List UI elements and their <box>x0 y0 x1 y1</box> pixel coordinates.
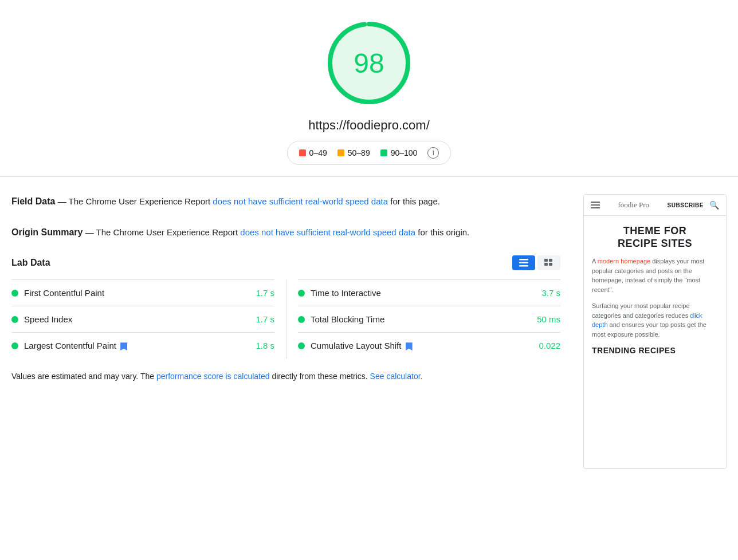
preview-text2-before: Surfacing your most popular recipe categ… <box>592 302 690 319</box>
metrics-col-right: Time to Interactive 3.7 s Total Blocking… <box>286 279 560 358</box>
view-toggle <box>512 255 560 270</box>
preview-content: THEME FORRECIPE SITES A modern homepage … <box>584 216 726 364</box>
legend-dot-green <box>380 149 387 156</box>
preview-text-1: A modern homepage displays your most pop… <box>592 257 718 294</box>
website-preview: foodie Pro SUBSCRIBE 🔍 THEME FORRECIPE S… <box>583 194 727 469</box>
origin-before-link: — The Chrome User Experience Report <box>85 227 241 237</box>
metric-tti: Time to Interactive 3.7 s <box>298 279 560 306</box>
metric-lcp: Largest Contentful Paint 1.8 s <box>11 332 274 358</box>
preview-search-icon[interactable]: 🔍 <box>709 200 719 210</box>
toggle-grid-view[interactable] <box>537 255 560 270</box>
lab-data-section: Lab Data <box>11 255 560 358</box>
metric-name-fcp: First Contentful Paint <box>24 288 250 298</box>
svg-rect-6 <box>544 259 548 262</box>
footer-text-before: Values are estimated and may vary. The <box>11 372 156 381</box>
info-icon[interactable]: i <box>427 147 439 159</box>
left-panel: Field Data — The Chrome User Experience … <box>11 194 583 469</box>
legend-label-green: 90–100 <box>391 148 418 157</box>
preview-trending-title: TRENDING RECIPES <box>592 346 718 355</box>
svg-rect-7 <box>549 259 552 262</box>
preview-subscribe: SUBSCRIBE <box>668 202 704 208</box>
preview-text-2: Surfacing your most popular recipe categ… <box>592 301 718 339</box>
lab-data-title: Lab Data <box>11 258 50 268</box>
toggle-list-view[interactable] <box>512 255 535 270</box>
legend-item-green: 90–100 <box>380 148 418 157</box>
score-value: 98 <box>354 48 384 79</box>
metric-name-tbt: Total Blocking Time <box>311 314 531 324</box>
list-icon <box>519 259 528 267</box>
metric-name-si: Speed Index <box>24 314 250 324</box>
field-data-before-link: — The Chrome User Experience Report <box>58 196 213 206</box>
score-circle: 98 <box>323 17 415 109</box>
metric-dot-lcp <box>11 342 18 349</box>
metric-name-cls: Cumulative Layout Shift <box>311 341 533 350</box>
svg-rect-5 <box>519 265 528 267</box>
metric-value-cls: 0.022 <box>539 341 560 350</box>
metric-fcp: First Contentful Paint 1.7 s <box>11 279 274 306</box>
bookmark-lcp <box>120 342 127 350</box>
legend-item-red: 0–49 <box>299 148 327 157</box>
metric-value-si: 1.7 s <box>256 314 274 324</box>
footer-text-after1: directly from these metrics. <box>270 372 370 381</box>
svg-rect-4 <box>519 262 528 264</box>
field-data-section: Field Data — The Chrome User Experience … <box>11 194 560 209</box>
metric-dot-tbt <box>298 316 305 323</box>
lab-data-header: Lab Data <box>11 255 560 270</box>
footer-link-see-calc[interactable]: See calculator. <box>370 372 423 381</box>
hamburger-line-1 <box>591 202 600 203</box>
field-data-link[interactable]: does not have sufficient real-world spee… <box>213 196 388 206</box>
preview-text1-before: A <box>592 258 598 265</box>
metric-name-tti: Time to Interactive <box>311 288 536 298</box>
preview-nav: foodie Pro SUBSCRIBE 🔍 <box>584 195 726 216</box>
metric-value-tti: 3.7 s <box>541 288 560 298</box>
footer-note: Values are estimated and may vary. The p… <box>11 370 560 400</box>
legend-label-red: 0–49 <box>309 148 327 157</box>
hamburger-line-2 <box>591 204 600 206</box>
metric-dot-si <box>11 316 18 323</box>
metric-value-fcp: 1.7 s <box>256 288 274 298</box>
preview-heading: THEME FORRECIPE SITES <box>592 225 718 250</box>
svg-rect-3 <box>519 259 528 261</box>
bookmark-cls <box>406 342 413 350</box>
legend-item-orange: 50–89 <box>337 148 370 157</box>
hamburger-icon[interactable] <box>591 202 600 208</box>
legend-dot-orange <box>337 149 344 156</box>
origin-summary-text: Origin Summary — The Chrome User Experie… <box>11 225 560 240</box>
metric-dot-tti <box>298 290 305 297</box>
preview-logo: foodie Pro <box>606 200 662 210</box>
origin-after-link: for this origin. <box>415 227 469 237</box>
score-section: 98 https://foodiepro.com/ 0–49 50–89 90–… <box>0 0 738 176</box>
origin-summary-section: Origin Summary — The Chrome User Experie… <box>11 225 560 240</box>
legend-dot-red <box>299 149 306 156</box>
site-url: https://foodiepro.com/ <box>308 118 430 133</box>
metric-si: Speed Index 1.7 s <box>11 306 274 332</box>
metric-name-lcp: Largest Contentful Paint <box>24 341 250 350</box>
legend-bar: 0–49 50–89 90–100 i <box>287 141 452 165</box>
metric-value-lcp: 1.8 s <box>256 341 274 350</box>
svg-rect-9 <box>549 263 552 266</box>
svg-rect-8 <box>544 263 548 266</box>
field-data-text: Field Data — The Chrome User Experience … <box>11 194 560 209</box>
metric-value-tbt: 50 ms <box>537 314 560 324</box>
footer-link-calc[interactable]: performance score is calculated <box>156 372 270 381</box>
hamburger-line-3 <box>591 207 600 208</box>
origin-summary-title: Origin Summary <box>11 227 83 237</box>
preview-link-homepage[interactable]: modern homepage <box>598 258 650 265</box>
metric-cls: Cumulative Layout Shift 0.022 <box>298 332 560 358</box>
metrics-col-left: First Contentful Paint 1.7 s Speed Index… <box>11 279 286 358</box>
preview-text2-after: and ensures your top posts get the most … <box>592 321 706 338</box>
origin-link[interactable]: does not have sufficient real-world spee… <box>240 227 415 237</box>
grid-icon <box>544 259 554 267</box>
field-data-after-link: for this page. <box>388 196 440 206</box>
main-content: Field Data — The Chrome User Experience … <box>0 177 738 469</box>
legend-label-orange: 50–89 <box>348 148 370 157</box>
metric-tbt: Total Blocking Time 50 ms <box>298 306 560 332</box>
metric-dot-cls <box>298 342 305 349</box>
metrics-grid: First Contentful Paint 1.7 s Speed Index… <box>11 279 560 358</box>
metric-dot-fcp <box>11 290 18 297</box>
field-data-title: Field Data <box>11 196 55 206</box>
